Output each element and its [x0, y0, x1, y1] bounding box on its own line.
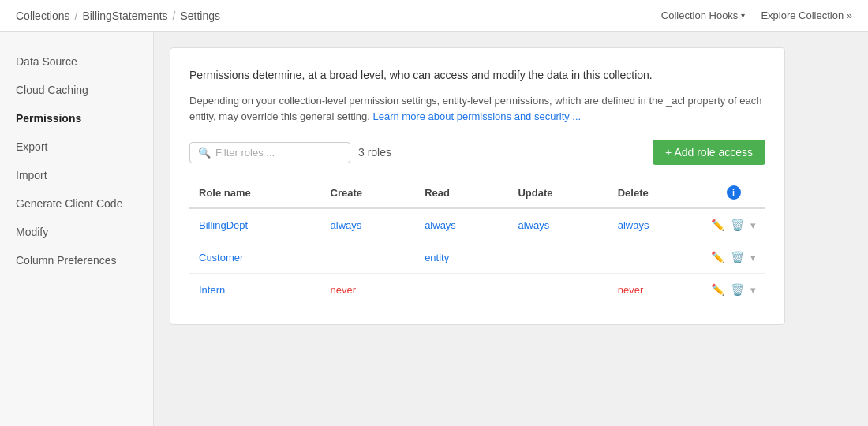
cell-update [508, 274, 608, 306]
breadcrumb-collections[interactable]: Collections [16, 9, 69, 22]
layout: Data Source Cloud Caching Permissions Ex… [0, 32, 868, 426]
top-nav-right: Collection Hooks ▾ Explore Collection » [661, 9, 852, 21]
col-create: Create [321, 178, 416, 208]
cell-create: never [321, 274, 416, 306]
breadcrumb-sep2: / [173, 9, 176, 22]
permissions-card: Permissions determine, at a broad level,… [170, 47, 785, 325]
cell-actions: ✏️ 🗑️ ▾ [702, 274, 765, 306]
col-info: i [702, 178, 765, 208]
learn-more-link[interactable]: Learn more about permissions and securit… [372, 110, 581, 122]
explore-collection-button[interactable]: Explore Collection » [761, 9, 852, 21]
explore-collection-label: Explore Collection » [761, 9, 852, 21]
table-row: Intern never never ✏️ 🗑️ ▾ [189, 274, 765, 306]
filter-wrap: 🔍 3 roles [189, 142, 391, 163]
sidebar-item-column-preferences[interactable]: Column Preferences [0, 246, 153, 275]
collection-hooks-button[interactable]: Collection Hooks ▾ [661, 9, 746, 21]
expand-icon[interactable]: ▾ [750, 284, 756, 296]
cell-delete [608, 241, 702, 274]
permissions-description: Permissions determine, at a broad level,… [189, 67, 765, 84]
cell-role-name: BillingDept [189, 208, 321, 241]
search-icon: 🔍 [198, 147, 211, 159]
filter-roles-input[interactable] [215, 147, 342, 159]
delete-icon[interactable]: 🗑️ [731, 251, 744, 263]
info-icon[interactable]: i [727, 185, 741, 200]
cell-create [321, 241, 416, 274]
breadcrumb-settings: Settings [180, 9, 220, 22]
col-read: Read [415, 178, 508, 208]
sidebar-item-cloud-caching[interactable]: Cloud Caching [0, 76, 153, 104]
breadcrumb-billing[interactable]: BillingStatements [82, 9, 167, 22]
cell-read [415, 274, 508, 306]
expand-icon[interactable]: ▾ [750, 252, 756, 263]
cell-create: always [321, 208, 416, 241]
cell-actions: ✏️ 🗑️ ▾ [702, 241, 765, 274]
cell-update [508, 241, 608, 274]
cell-role-name: Intern [189, 274, 321, 306]
cell-delete: always [608, 208, 702, 241]
edit-icon[interactable]: ✏️ [711, 219, 724, 231]
cell-read: entity [415, 241, 508, 274]
sidebar-item-generate-client-code[interactable]: Generate Client Code [0, 189, 153, 218]
sidebar-item-permissions[interactable]: Permissions [0, 104, 153, 133]
roles-count: 3 roles [358, 146, 391, 159]
table-row: BillingDept always always always always … [189, 208, 765, 241]
top-nav: Collections / BillingStatements / Settin… [0, 0, 868, 32]
edit-icon[interactable]: ✏️ [711, 251, 724, 263]
sidebar-item-data-source[interactable]: Data Source [0, 47, 153, 76]
cell-update: always [508, 208, 608, 241]
cell-read: always [415, 208, 508, 241]
table-header-row: Role name Create Read Update Delete i [189, 178, 765, 208]
col-role-name: Role name [189, 178, 321, 208]
filter-input-wrap: 🔍 [189, 142, 350, 163]
permissions-toolbar: 🔍 3 roles + Add role access [189, 140, 765, 165]
table-row: Customer entity ✏️ 🗑️ ▾ [189, 241, 765, 274]
main-content: Permissions determine, at a broad level,… [154, 32, 868, 426]
chevron-down-icon: ▾ [741, 11, 745, 20]
edit-icon[interactable]: ✏️ [711, 283, 724, 296]
delete-icon[interactable]: 🗑️ [731, 219, 744, 231]
col-update: Update [508, 178, 608, 208]
breadcrumb-sep1: / [74, 9, 77, 22]
sidebar-item-import[interactable]: Import [0, 161, 153, 189]
permissions-sub-description: Depending on your collection-level permi… [189, 93, 765, 124]
add-role-access-button[interactable]: + Add role access [653, 140, 765, 165]
sidebar: Data Source Cloud Caching Permissions Ex… [0, 32, 154, 426]
permissions-table: Role name Create Read Update Delete i Bi… [189, 178, 765, 305]
sidebar-item-export[interactable]: Export [0, 133, 153, 161]
cell-role-name: Customer [189, 241, 321, 274]
breadcrumb: Collections / BillingStatements / Settin… [16, 9, 220, 22]
col-delete: Delete [608, 178, 702, 208]
delete-icon[interactable]: 🗑️ [731, 283, 744, 296]
sidebar-item-modify[interactable]: Modify [0, 218, 153, 246]
collection-hooks-label: Collection Hooks [661, 9, 739, 21]
cell-actions: ✏️ 🗑️ ▾ [702, 208, 765, 241]
cell-delete: never [608, 274, 702, 306]
expand-icon[interactable]: ▾ [750, 219, 756, 231]
